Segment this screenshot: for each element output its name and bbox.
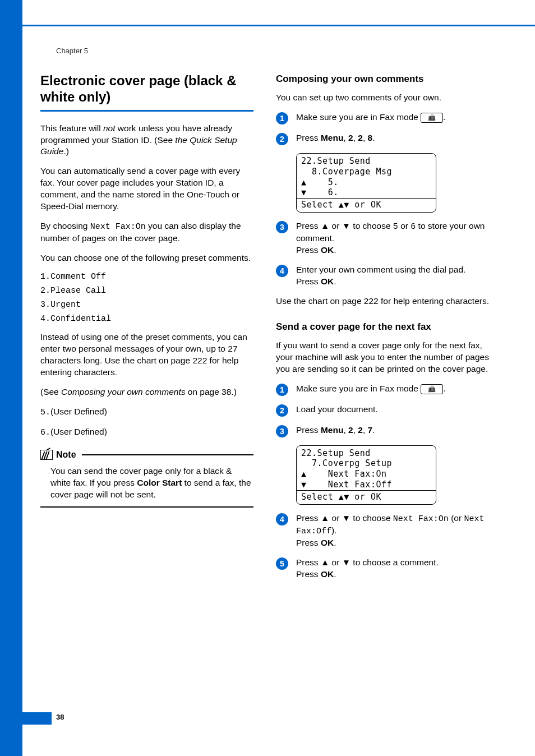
text-bold: 2 <box>358 425 363 435</box>
right-column: Composing your own comments You can set … <box>276 73 489 588</box>
text: Press <box>296 276 321 286</box>
text-bold: OK <box>321 538 334 547</box>
text: Make sure you are in Fax mode <box>296 384 421 393</box>
text-mono: 5 <box>393 222 398 232</box>
text: or <box>329 513 342 523</box>
lcd-line: ▼ Next Fax:Off <box>301 480 431 490</box>
text: or <box>329 557 342 567</box>
step-body: Press ▲ or ▼ to choose Next Fax:On (or N… <box>296 513 489 549</box>
preset-item: 2.Please Call <box>40 286 253 296</box>
left-column: Electronic cover page (black & white onl… <box>40 73 253 588</box>
note-body: You can send the cover page only for a b… <box>40 460 253 506</box>
down-arrow-icon: ▼ <box>342 221 350 231</box>
text: (User Defined) <box>50 427 107 436</box>
lcd-display: 22.Setup Send 8.Coverpage Msg ▲ 5. ▼ 6. … <box>296 153 436 213</box>
text: or <box>329 221 342 231</box>
text-mono: Next Fax:On <box>393 514 449 524</box>
text: , <box>353 133 358 142</box>
text: . <box>443 112 445 122</box>
text-bold: Menu <box>321 133 343 142</box>
step-body: Press ▲ or ▼ to choose 5 or 6 to store y… <box>296 220 489 256</box>
text: Make sure you are in Fax mode <box>296 112 421 122</box>
paragraph: You can choose one of the following pres… <box>40 252 253 264</box>
note-title: Note <box>56 450 76 460</box>
preset-item: 4.Confidential <box>40 314 253 324</box>
step: 4 Enter your own comment using the dial … <box>276 264 489 288</box>
blue-side-band <box>0 0 22 756</box>
user-defined-line: 6.(User Defined) <box>40 426 253 439</box>
paragraph: You can set up two comments of your own. <box>276 92 489 104</box>
lcd-display: 22.Setup Send 7.Coverpg Setup ▲ Next Fax… <box>296 445 436 505</box>
text-bold: OK <box>321 245 334 255</box>
note-block: Note You can send the cover page only fo… <box>40 450 253 508</box>
text-bold: 2 <box>348 133 353 142</box>
step: 1 Make sure you are in Fax mode . <box>276 112 489 125</box>
text: This feature will <box>40 123 103 133</box>
step: 2 Press Menu, 2, 2, 8. <box>276 132 489 145</box>
text: Press <box>296 221 321 231</box>
text: , <box>363 425 368 435</box>
text-bold: 7 <box>368 425 373 435</box>
up-arrow-icon: ▲ <box>321 513 329 523</box>
text: . <box>372 425 375 435</box>
fax-mode-icon <box>421 113 443 123</box>
up-arrow-icon: ▲ <box>321 557 329 567</box>
page: Chapter 5 Electronic cover page (black &… <box>0 0 535 756</box>
text-bold: OK <box>321 276 334 286</box>
text: Press <box>296 557 321 567</box>
title-rule <box>40 110 253 112</box>
text-italic: not <box>103 123 116 133</box>
step-number-1: 1 <box>276 112 288 125</box>
preset-item: 1.Comment Off <box>40 272 253 282</box>
text-bold: Color Start <box>137 478 182 487</box>
text: . <box>334 538 336 547</box>
step: 4 Press ▲ or ▼ to choose Next Fax:On (or… <box>276 513 489 549</box>
page-number: 38 <box>56 713 64 721</box>
step: 2 Load your document. <box>276 404 489 417</box>
text: .) <box>63 146 68 156</box>
subsection-title: Send a cover page for the next fax <box>276 321 489 333</box>
paragraph: Instead of using one of the preset comme… <box>40 331 253 379</box>
paragraph: By choosing Next Fax:On you can also dis… <box>40 220 253 245</box>
step-number-4: 4 <box>276 265 288 277</box>
text: or <box>398 221 411 231</box>
text-bold: OK <box>321 569 334 579</box>
step-number-5: 5 <box>276 557 288 570</box>
text: Press <box>296 513 321 523</box>
section-title: Electronic cover page (black & white onl… <box>40 73 253 105</box>
step-number-3: 3 <box>276 425 288 437</box>
text-bold: 2 <box>358 133 363 142</box>
text: . <box>334 245 336 255</box>
text: Press <box>296 538 321 547</box>
text-mono: 5. <box>40 408 50 417</box>
step-body: Enter your own comment using the dial pa… <box>296 264 489 288</box>
text: Enter your own comment using the dial pa… <box>296 265 465 274</box>
step-body: Make sure you are in Fax mode . <box>296 383 489 395</box>
step-number-2: 2 <box>276 404 288 417</box>
lcd-bottom: Select ▲▼ or OK <box>301 491 431 502</box>
text-mono: Next Fax:On <box>90 222 146 232</box>
paragraph: This feature will not work unless you ha… <box>40 123 253 158</box>
text: , <box>363 133 368 142</box>
lcd-bottom: Select ▲▼ or OK <box>301 199 431 210</box>
lcd-line: 8.Coverpage Msg <box>301 167 431 177</box>
step-body: Press Menu, 2, 2, 7. <box>296 425 489 436</box>
text: (User Defined) <box>50 407 107 416</box>
text: Press <box>296 425 321 435</box>
user-defined-line: 5.(User Defined) <box>40 406 253 418</box>
text: , <box>343 133 348 142</box>
text: , <box>353 425 358 435</box>
note-icon <box>40 450 53 460</box>
lcd-line: 22.Setup Send <box>301 448 431 459</box>
blue-footer-tab <box>0 712 52 725</box>
note-header: Note <box>40 450 253 460</box>
paragraph: If you want to send a cover page only fo… <box>276 340 489 375</box>
step: 3 Press Menu, 2, 2, 7. <box>276 425 489 437</box>
step: 3 Press ▲ or ▼ to choose 5 or 6 to store… <box>276 220 489 256</box>
text-mono: 6. <box>40 428 50 437</box>
step-body: Load your document. <box>296 404 489 416</box>
fax-mode-icon <box>421 384 443 394</box>
text: By choosing <box>40 221 90 231</box>
step-number-2: 2 <box>276 133 288 145</box>
text: Press <box>296 245 321 255</box>
